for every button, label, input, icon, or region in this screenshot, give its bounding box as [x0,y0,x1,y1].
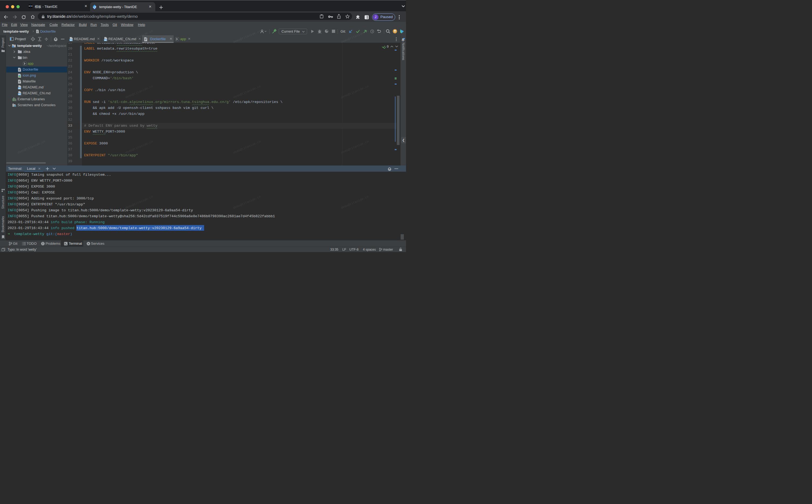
svg-text:MD: MD [104,39,107,41]
svg-text:MD: MD [70,39,72,41]
svg-text:MD: MD [18,88,21,89]
svg-text:</>: </> [94,6,96,7]
